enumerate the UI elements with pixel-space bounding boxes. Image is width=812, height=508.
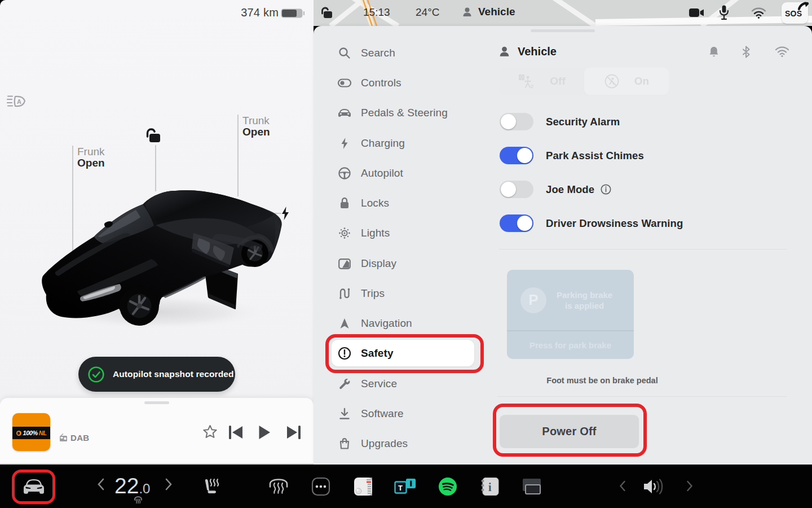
segment-off-label: Off	[550, 75, 565, 87]
cabin-temperature[interactable]: 22.0	[114, 474, 150, 498]
defrost-button[interactable]	[266, 474, 292, 500]
sidebar-item-trips[interactable]: Trips	[338, 282, 484, 305]
power-off-button[interactable]: Power Off	[500, 415, 639, 448]
volume-control	[612, 465, 696, 508]
station-logo-mic-icon	[16, 431, 21, 436]
manual-app-icon: i	[480, 477, 500, 496]
sidebar-item-upgrades[interactable]: Upgrades	[338, 432, 484, 455]
tunein-app-button[interactable]: T	[392, 474, 418, 500]
segment-on[interactable]: On	[584, 68, 669, 95]
vehicle-visualization-pane: 374 km A Frunk Open Trunk Open	[0, 0, 314, 465]
svg-text:T: T	[398, 484, 403, 492]
segmented-control-faded[interactable]: 2 Off On	[500, 68, 669, 95]
sheet-drag-handle[interactable]	[531, 29, 595, 32]
pedestrian-warning-icon: 2	[518, 74, 535, 89]
bottom-launcher-bar: 22.0	[0, 465, 812, 508]
outside-temperature: 24°C	[416, 6, 439, 19]
climate-temperature-control: 22.0	[90, 465, 180, 508]
security-alarm-toggle[interactable]	[500, 113, 533, 130]
toggle-row-security-alarm: Security Alarm	[500, 113, 620, 130]
person-icon	[498, 46, 510, 58]
clock: 15:13	[363, 6, 390, 19]
statusbar-unlocked-icon[interactable]	[320, 7, 334, 19]
skip-next-icon[interactable]	[286, 426, 301, 439]
album-art[interactable]: 100% NL	[12, 413, 50, 451]
segment-off[interactable]: 2 Off	[500, 68, 584, 95]
bluetooth-icon[interactable]	[742, 46, 750, 58]
status-bar: 15:13 24°C Vehicle SOS	[314, 0, 812, 26]
volume-up-chevron[interactable]	[687, 480, 693, 492]
skip-previous-icon[interactable]	[229, 426, 244, 439]
sos-button[interactable]: SOS	[782, 2, 808, 24]
front-defrost-icon	[267, 476, 290, 497]
padlock-icon	[339, 197, 350, 209]
station-logo: 100% NL	[12, 427, 50, 439]
sidebar-item-service[interactable]: Service	[338, 373, 484, 395]
toggle-label: Security Alarm	[546, 116, 620, 128]
sidebar-item-pedals-steering[interactable]: Pedals & Steering	[338, 102, 484, 124]
play-icon[interactable]	[258, 425, 271, 440]
car-front-icon	[338, 107, 351, 119]
theater-app-button[interactable]	[519, 474, 545, 500]
sidebar-label: Safety	[361, 347, 394, 360]
profile-name: Vehicle	[478, 6, 515, 18]
radio-app-button[interactable]	[350, 474, 376, 500]
brightness-icon	[338, 259, 351, 269]
sidebar-item-search[interactable]: Search	[338, 42, 484, 64]
bell-icon[interactable]	[708, 46, 720, 58]
info-icon[interactable]	[601, 184, 611, 195]
svg-text:A: A	[17, 98, 21, 105]
sidebar-label: Pedals & Steering	[361, 107, 448, 119]
favorite-star-icon[interactable]	[202, 424, 218, 440]
spotify-app-button[interactable]	[435, 474, 461, 500]
sidebar-item-locks[interactable]: Locks	[338, 192, 484, 214]
media-player-card[interactable]: 100% NL DAB	[0, 398, 314, 465]
sidebar-label: Autopilot	[361, 167, 403, 179]
sidebar-label: Trips	[361, 287, 385, 300]
volume-down-chevron[interactable]	[619, 480, 625, 492]
sidebar-label: Upgrades	[361, 437, 408, 450]
seat-heater-icon	[201, 476, 222, 497]
sidebar-item-software[interactable]: Software	[338, 402, 484, 425]
speaker-volume-icon[interactable]	[643, 478, 665, 496]
driver-profile[interactable]: Vehicle	[462, 6, 515, 18]
temp-increase-chevron[interactable]	[165, 478, 173, 491]
sidebar-item-lights[interactable]: Lights	[338, 222, 484, 244]
check-circle-icon	[88, 366, 104, 383]
joe-mode-toggle[interactable]	[500, 181, 533, 198]
seat-heater-button[interactable]	[198, 474, 224, 500]
sidebar-item-controls[interactable]: Controls	[338, 72, 484, 94]
trunk-callout: Trunk Open	[242, 115, 270, 137]
sidebar-item-display[interactable]: Display	[338, 252, 484, 275]
sidebar-item-autopilot[interactable]: Autopilot	[338, 162, 484, 185]
park-brake-button[interactable]: P Parking brake is applied Press for par…	[507, 270, 634, 359]
temp-decrease-chevron[interactable]	[97, 478, 104, 491]
auto-headlight-icon: A	[7, 94, 28, 110]
content-title: Vehicle	[518, 45, 557, 58]
park-brake-status: Parking brake is applied	[557, 290, 612, 311]
park-assist-chimes-toggle[interactable]	[500, 147, 533, 164]
sidebar-item-safety[interactable]: Safety	[332, 340, 474, 366]
media-source: DAB	[59, 433, 89, 443]
car-3d-view[interactable]	[23, 181, 293, 339]
media-drag-handle[interactable]	[144, 401, 169, 404]
trunk-callout-state: Open	[242, 126, 270, 137]
sidebar-item-navigation[interactable]: Navigation	[338, 312, 484, 335]
unlocked-padlock-icon[interactable]	[145, 128, 162, 144]
dashcam-icon[interactable]	[689, 7, 705, 18]
toggle-row-driver-drowsiness: Driver Drowsiness Warning	[500, 214, 683, 232]
driver-drowsiness-toggle[interactable]	[500, 214, 533, 232]
station-logo-nl: NL	[39, 430, 47, 436]
microphone-icon[interactable]	[719, 5, 729, 20]
battery-range: 374 km	[241, 6, 279, 19]
trunk-callout-name: Trunk	[242, 115, 270, 126]
frunk-callout-state: Open	[77, 157, 105, 168]
sidebar-item-charging[interactable]: Charging	[338, 132, 484, 155]
manual-app-button[interactable]: i	[477, 474, 503, 500]
wifi-icon[interactable]	[775, 46, 789, 57]
segment-on-label: On	[634, 75, 649, 87]
wifi-icon[interactable]	[751, 7, 766, 19]
app-launcher-button[interactable]	[308, 474, 334, 500]
search-icon	[338, 47, 351, 59]
more-apps-icon	[311, 476, 331, 497]
